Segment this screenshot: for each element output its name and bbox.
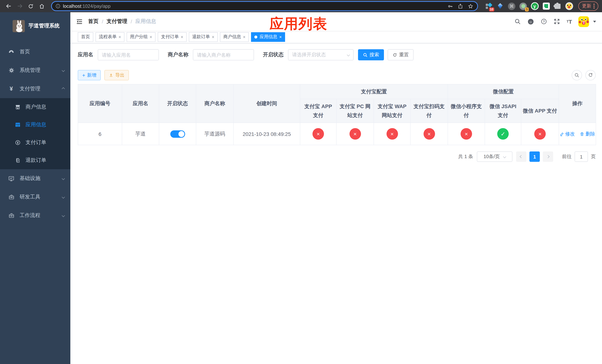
browser-update-button[interactable]: 更新 (578, 1, 598, 11)
show-search-button[interactable] (572, 70, 582, 80)
extension-badge: 10 (489, 7, 494, 11)
tab-app-info[interactable]: 应用信息× (251, 32, 285, 42)
address-bar[interactable]: localhost :1024/pay/app (51, 1, 478, 11)
donut-extension-icon[interactable]: 1 (519, 2, 527, 10)
col-alipay-pc: 支付宝 PC 网站支付 (336, 99, 374, 123)
cell-create-time: 2021-10-23 08:49:25 (233, 123, 300, 145)
app-title: 芋道管理系统 (29, 22, 60, 29)
avatar-caret-icon[interactable] (593, 21, 596, 22)
merchant-name-input[interactable] (193, 49, 254, 60)
browser-back-button[interactable] (4, 1, 13, 11)
col-status: 开启状态 (159, 84, 196, 123)
close-icon[interactable]: × (243, 35, 246, 39)
sidebar-item-merchant-info[interactable]: 商户信息 (0, 98, 70, 116)
search-icon[interactable] (515, 18, 521, 25)
tab-pay-order[interactable]: 支付订单× (158, 32, 187, 42)
sidebar-item-system[interactable]: 系统管理 (0, 61, 70, 80)
col-actions: 操作 (559, 84, 596, 123)
plus-icon: + (82, 73, 85, 78)
close-icon[interactable]: × (212, 35, 214, 39)
page-size-select[interactable]: 10条/页 (477, 151, 512, 162)
reset-button[interactable]: 重置 (388, 49, 414, 60)
page-number-1[interactable]: 1 (529, 151, 540, 162)
grid-extension-icon[interactable]: 10 (485, 2, 493, 10)
sidebar-item-payment[interactable]: ¥ 支付管理 (0, 80, 70, 98)
browser-forward-button[interactable] (15, 1, 24, 11)
page-annotation: 应用列表 (269, 14, 327, 33)
briefcase-icon (8, 213, 14, 218)
green-y-extension-icon[interactable]: y (531, 2, 539, 10)
user-avatar[interactable] (578, 16, 589, 27)
font-size-icon[interactable]: TT (567, 18, 572, 25)
add-button[interactable]: + 新增 (78, 70, 101, 80)
top-navbar: 首页 / 支付管理 / 应用信息 ? (70, 12, 602, 31)
close-icon[interactable]: × (150, 35, 152, 39)
monitor-chart-icon (8, 175, 14, 182)
reload-icon (28, 3, 34, 9)
export-button[interactable]: 导出 (104, 70, 129, 80)
tab-user-group[interactable]: 用户分组× (127, 32, 155, 42)
sidebar-item-infra[interactable]: 基础设施 (0, 169, 70, 188)
edit-link[interactable]: 修改 (559, 130, 575, 137)
sidebar-item-app-info[interactable]: 应用信息 (0, 116, 70, 134)
delete-link[interactable]: 删除 (580, 130, 595, 137)
breadcrumb-level1[interactable]: 支付管理 (107, 18, 127, 25)
total-count: 共 1 条 (458, 153, 473, 160)
browser-reload-button[interactable] (26, 1, 35, 11)
browser-profile-avatar[interactable] (565, 2, 573, 10)
sidebar: 芋道管理系统 首页 系统管理 ¥ (0, 12, 70, 364)
goto-page-input[interactable] (575, 151, 588, 162)
prev-page-button[interactable] (516, 151, 527, 162)
sidebar-item-pay-order[interactable]: 支付订单 (0, 134, 70, 151)
cell-app-name: 芋道 (122, 123, 159, 145)
browser-home-button[interactable] (37, 1, 47, 11)
tab-home[interactable]: 首页 (78, 32, 93, 42)
green-square-extension-icon[interactable] (542, 2, 550, 10)
cell-app-id: 6 (78, 123, 122, 145)
sidebar-item-refund-order[interactable]: 退款订单 (0, 151, 70, 169)
col-app-id: 应用编号 (78, 84, 122, 123)
extensions-puzzle-icon[interactable] (553, 2, 562, 10)
refresh-table-button[interactable] (585, 70, 596, 80)
browser-menu-icon[interactable] (593, 4, 595, 9)
forward-arrow-icon (16, 3, 23, 9)
tab-refund-order[interactable]: 退款订单× (189, 32, 218, 42)
filter-form: 应用名 商户名称 开启状态 请选择开启状态 搜索 重置 (78, 49, 596, 60)
command-extension-icon[interactable]: ⌘ (508, 2, 516, 10)
status-select[interactable]: 请选择开启状态 (288, 49, 354, 60)
trash-icon (580, 132, 584, 136)
close-icon[interactable]: × (279, 35, 282, 39)
chevron-left-icon (520, 155, 523, 158)
kite-extension-icon[interactable] (496, 2, 504, 10)
sidebar-logo[interactable]: 芋道管理系统 (0, 12, 70, 37)
app-name-input[interactable] (98, 49, 159, 60)
github-icon[interactable] (527, 18, 534, 25)
status-toggle[interactable] (170, 130, 185, 138)
help-icon[interactable]: ? (541, 18, 547, 25)
site-info-icon[interactable] (55, 4, 60, 9)
close-icon[interactable]: × (181, 35, 183, 39)
sidebar-item-dev-tools[interactable]: 研发工具 (0, 188, 70, 206)
extensions-area: 10 ⌘ 1 y (485, 2, 573, 10)
sidebar-item-workflow[interactable]: 工作流程 (0, 206, 70, 225)
sidebar-collapse-button[interactable] (76, 18, 83, 25)
merchant-name-label: 商户名称 (168, 52, 188, 58)
close-icon[interactable]: × (118, 35, 121, 39)
sidebar-item-home[interactable]: 首页 (0, 43, 70, 61)
chevron-down-icon (347, 53, 350, 56)
tab-merchant-info[interactable]: 商户信息× (220, 32, 249, 42)
tab-process-form[interactable]: 流程表单× (96, 32, 124, 42)
browser-toolbar: localhost :1024/pay/app 10 ⌘ 1 y (0, 0, 602, 12)
page-content: 应用名 商户名称 开启状态 请选择开启状态 搜索 重置 (70, 43, 602, 162)
bookmark-star-icon[interactable] (468, 3, 473, 9)
breadcrumb-home[interactable]: 首页 (88, 18, 98, 25)
yen-icon: ¥ (8, 86, 14, 92)
search-button[interactable]: 搜索 (358, 49, 384, 60)
col-alipay-app: 支付宝 APP 支付 (300, 99, 336, 123)
next-page-button[interactable] (543, 151, 553, 162)
pay-status-circle: × (461, 128, 472, 139)
url-host: localhost (63, 3, 81, 9)
fullscreen-icon[interactable] (554, 18, 560, 25)
password-key-icon[interactable] (447, 3, 453, 9)
share-icon[interactable] (458, 3, 463, 9)
